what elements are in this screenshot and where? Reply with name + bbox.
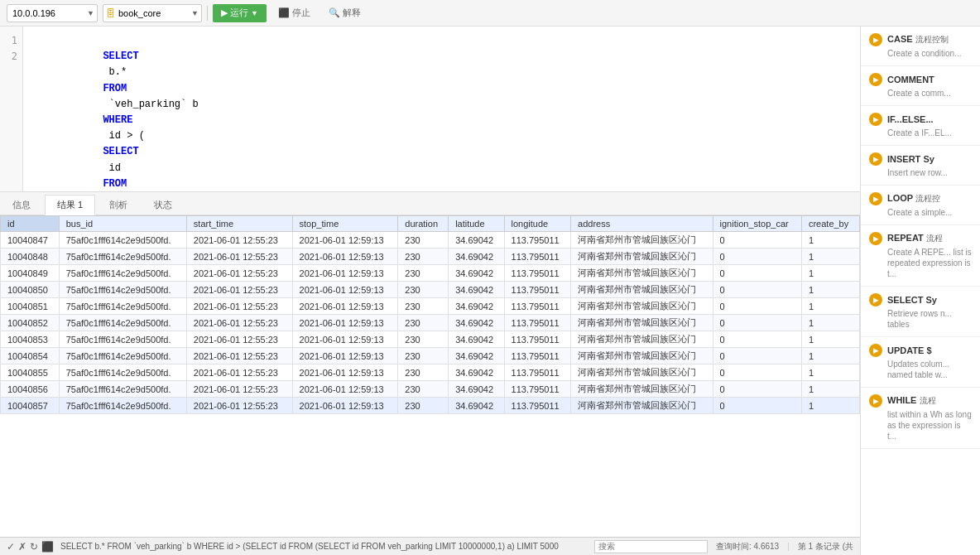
snippet-desc: Insert new row... xyxy=(869,167,972,178)
snippet-desc: Updates colum... named table w... xyxy=(869,359,972,380)
keyword-select-2: SELECT xyxy=(103,146,138,157)
run-button[interactable]: ▶ 运行 ▼ xyxy=(213,4,267,22)
cell-0-4: 230 xyxy=(398,232,449,249)
status-bar: ✓ ✗ ↻ ⬛ SELECT b.* FROM `veh_parking` b … xyxy=(0,537,860,555)
stop-button[interactable]: ⬛ 停止 xyxy=(271,4,317,22)
cell-9-5: 34.69042 xyxy=(449,381,504,398)
snippet-desc: list within a Wh as long as the expressi… xyxy=(869,409,972,442)
cell-5-4: 230 xyxy=(398,315,449,331)
snippet-loop[interactable]: ▶ LOOP 流程控 Create a simple... xyxy=(861,186,980,225)
cell-8-9: 1 xyxy=(801,364,859,381)
cell-10-9: 1 xyxy=(801,398,859,414)
cell-2-5: 34.69042 xyxy=(449,265,504,282)
status-icon-stop[interactable]: ⬛ xyxy=(41,541,54,553)
snippet-while[interactable]: ▶ WHILE 流程 list within a Wh as long as t… xyxy=(861,388,980,449)
cell-3-2: 2021-06-01 12:55:23 xyxy=(186,282,292,298)
cell-4-5: 34.69042 xyxy=(449,298,504,315)
col-header-id[interactable]: id xyxy=(1,216,60,232)
col-header-address[interactable]: address xyxy=(571,216,713,232)
cell-1-1: 75af0c1fff614c2e9d500fd. xyxy=(59,249,186,265)
table-row[interactable]: 1004085775af0c1fff614c2e9d500fd.2021-06-… xyxy=(1,398,860,414)
cell-4-4: 230 xyxy=(398,298,449,315)
cell-6-5: 34.69042 xyxy=(449,331,504,348)
snippet-repeat[interactable]: ▶ REPEAT 流程 Create A REPE... list is rep… xyxy=(861,225,980,287)
cell-4-8: 0 xyxy=(713,298,801,315)
explain-button[interactable]: 🔍 解释 xyxy=(322,4,368,22)
snippet-name: WHILE 流程 xyxy=(887,395,936,407)
table-row[interactable]: 1004085275af0c1fff614c2e9d500fd.2021-06-… xyxy=(1,315,860,331)
table-row[interactable]: 1004084775af0c1fff614c2e9d500fd.2021-06-… xyxy=(1,232,860,249)
table-row[interactable]: 1004085475af0c1fff614c2e9d500fd.2021-06-… xyxy=(1,348,860,364)
col-header-ignition[interactable]: ignition_stop_car xyxy=(713,216,801,232)
cell-10-5: 34.69042 xyxy=(449,398,504,414)
code-part-4: id xyxy=(103,162,127,174)
col-header-duration[interactable]: duration xyxy=(398,216,449,232)
cell-0-2: 2021-06-01 12:55:23 xyxy=(186,232,292,249)
snippet-if...else...[interactable]: ▶ IF...ELSE... Create a IF...EL... xyxy=(861,106,980,146)
tab-status[interactable]: 状态 xyxy=(142,195,185,215)
col-header-bus-id[interactable]: bus_id xyxy=(59,216,186,232)
cell-0-5: 34.69042 xyxy=(449,232,504,249)
snippet-comment[interactable]: ▶ COMMENT Create a comm... xyxy=(861,66,980,106)
table-row[interactable]: 1004085675af0c1fff614c2e9d500fd.2021-06-… xyxy=(1,381,860,398)
col-header-latitude[interactable]: latitude xyxy=(449,216,504,232)
tab-info[interactable]: 信息 xyxy=(0,195,43,215)
cell-10-7: 河南省郑州市管城回族区沁门 xyxy=(571,398,713,414)
table-row[interactable]: 1004085375af0c1fff614c2e9d500fd.2021-06-… xyxy=(1,331,860,348)
snippet-icon: ▶ xyxy=(869,113,882,126)
line-numbers: 1 2 xyxy=(0,27,23,191)
status-icon-cross[interactable]: ✗ xyxy=(18,541,26,553)
cell-4-6: 113.795011 xyxy=(504,298,571,315)
run-arrow-icon: ▶ xyxy=(221,7,228,18)
cell-0-9: 1 xyxy=(801,232,859,249)
snippets-container: ▶ CASE 流程控制 Create a condition... ▶ COMM… xyxy=(861,27,980,449)
search-input[interactable] xyxy=(594,540,708,553)
cell-3-8: 0 xyxy=(713,282,801,298)
cell-5-2: 2021-06-01 12:55:23 xyxy=(186,315,292,331)
cell-6-6: 113.795011 xyxy=(504,331,571,348)
snippet-insert-sy[interactable]: ▶ INSERT Sy Insert new row... xyxy=(861,146,980,186)
col-header-start-time[interactable]: start_time xyxy=(186,216,292,232)
cell-4-7: 河南省郑州市管城回族区沁门 xyxy=(571,298,713,315)
db-select[interactable]: book_core xyxy=(103,4,202,22)
snippet-icon: ▶ xyxy=(869,192,882,205)
col-header-longitude[interactable]: longitude xyxy=(504,216,571,232)
table-row[interactable]: 1004085575af0c1fff614c2e9d500fd.2021-06-… xyxy=(1,364,860,381)
table-row[interactable]: 1004084975af0c1fff614c2e9d500fd.2021-06-… xyxy=(1,265,860,282)
snippet-select-sy[interactable]: ▶ SELECT Sy Retrieve rows n... tables xyxy=(861,287,980,337)
cell-6-2: 2021-06-01 12:55:23 xyxy=(186,331,292,348)
code-area[interactable]: SELECT b.* FROM `veh_parking` b WHERE id… xyxy=(23,27,860,191)
col-header-stop-time[interactable]: stop_time xyxy=(292,216,398,232)
keyword-from-2: FROM xyxy=(103,178,127,190)
cell-2-3: 2021-06-01 12:59:13 xyxy=(292,265,398,282)
line-num-2: 2 xyxy=(5,49,17,65)
cell-5-6: 113.795011 xyxy=(504,315,571,331)
cell-4-3: 2021-06-01 12:59:13 xyxy=(292,298,398,315)
snippet-update-$[interactable]: ▶ UPDATE $ Updates colum... named table … xyxy=(861,337,980,388)
cell-4-1: 75af0c1fff614c2e9d500fd. xyxy=(59,298,186,315)
cell-6-1: 75af0c1fff614c2e9d500fd. xyxy=(59,331,186,348)
tab-profiling[interactable]: 剖析 xyxy=(97,195,140,215)
col-header-create-by[interactable]: create_by xyxy=(801,216,859,232)
server-select[interactable]: 10.0.0.196 xyxy=(7,4,98,22)
cell-9-8: 0 xyxy=(713,381,801,398)
table-row[interactable]: 1004085075af0c1fff614c2e9d500fd.2021-06-… xyxy=(1,282,860,298)
snippet-case[interactable]: ▶ CASE 流程控制 Create a condition... xyxy=(861,27,980,66)
cell-6-8: 0 xyxy=(713,331,801,348)
server-selector[interactable]: 10.0.0.196 ▼ xyxy=(7,4,98,22)
tab-result[interactable]: 结果 1 xyxy=(45,195,95,215)
results-container[interactable]: id bus_id start_time stop_time duration … xyxy=(0,215,860,537)
cell-2-6: 113.795011 xyxy=(504,265,571,282)
snippet-desc: Create A REPE... list is repeated expres… xyxy=(869,247,972,279)
snippet-desc: Create a comm... xyxy=(869,88,972,99)
table-row[interactable]: 1004085175af0c1fff614c2e9d500fd.2021-06-… xyxy=(1,298,860,315)
snippet-icon: ▶ xyxy=(869,394,882,408)
table-row[interactable]: 1004084875af0c1fff614c2e9d500fd.2021-06-… xyxy=(1,249,860,265)
status-icon-check[interactable]: ✓ xyxy=(7,541,15,553)
db-selector[interactable]: book_core 🗄 ▼ xyxy=(103,4,202,22)
cell-9-0: 10040856 xyxy=(1,381,60,398)
sql-editor[interactable]: 1 2 SELECT b.* FROM `veh_parking` b WHER… xyxy=(0,27,860,192)
cell-5-1: 75af0c1fff614c2e9d500fd. xyxy=(59,315,186,331)
status-icon-refresh[interactable]: ↻ xyxy=(30,541,38,553)
cell-1-0: 10040848 xyxy=(1,249,60,265)
